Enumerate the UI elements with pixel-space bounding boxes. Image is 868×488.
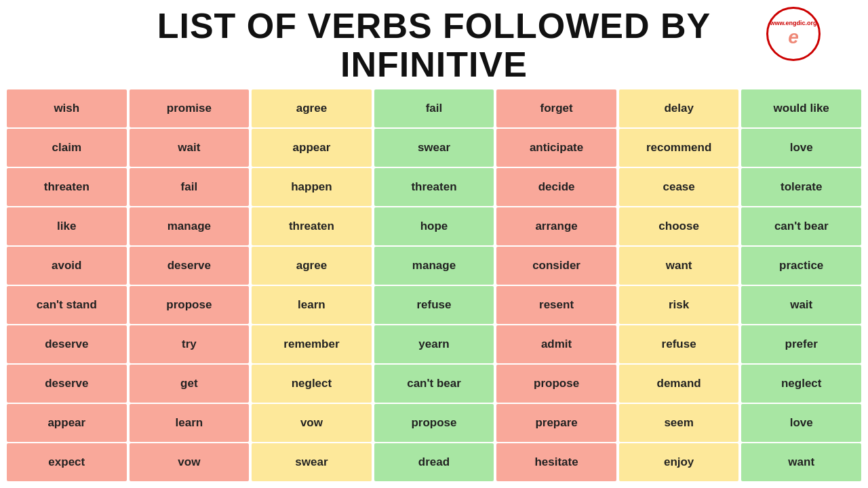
- cell-4-2: decide: [496, 168, 616, 206]
- cell-1-4: deserve: [130, 247, 250, 285]
- cell-4-5: resent: [496, 286, 616, 324]
- column-0: wishclaimthreatenlikeavoidcan't standdes…: [7, 89, 127, 481]
- cell-3-0: fail: [374, 89, 494, 127]
- cell-5-7: demand: [619, 365, 739, 403]
- cell-4-8: prepare: [496, 404, 616, 442]
- cell-6-8: love: [741, 404, 861, 442]
- cell-6-2: tolerate: [741, 168, 861, 206]
- cell-2-2: happen: [252, 168, 372, 206]
- cell-2-3: threaten: [252, 207, 372, 245]
- cell-0-8: appear: [7, 404, 127, 442]
- verb-grid: wishclaimthreatenlikeavoidcan't standdes…: [7, 89, 861, 481]
- cell-2-5: learn: [252, 286, 372, 324]
- cell-1-6: try: [130, 325, 250, 363]
- cell-0-0: wish: [7, 89, 127, 127]
- logo-letter: e: [788, 26, 799, 48]
- cell-3-4: manage: [374, 247, 494, 285]
- cell-4-7: propose: [496, 365, 616, 403]
- cell-5-8: seem: [619, 404, 739, 442]
- cell-4-9: hesitate: [496, 443, 616, 481]
- page: LIST OF VERBS FOLLOWED BY INFINITIVE www…: [0, 0, 868, 488]
- cell-1-5: propose: [130, 286, 250, 324]
- cell-2-0: agree: [252, 89, 372, 127]
- cell-3-6: yearn: [374, 325, 494, 363]
- cell-5-3: choose: [619, 207, 739, 245]
- cell-1-0: promise: [130, 89, 250, 127]
- cell-5-6: refuse: [619, 325, 739, 363]
- logo: www.engdic.org e: [766, 7, 821, 61]
- cell-1-1: wait: [130, 129, 250, 167]
- column-3: failswearthreatenhopemanagerefuseyearnca…: [374, 89, 494, 481]
- cell-0-3: like: [7, 207, 127, 245]
- cell-5-0: delay: [619, 89, 739, 127]
- cell-4-1: anticipate: [496, 129, 616, 167]
- cell-2-8: vow: [252, 404, 372, 442]
- cell-4-3: arrange: [496, 207, 616, 245]
- cell-0-5: can't stand: [7, 286, 127, 324]
- cell-1-9: vow: [130, 443, 250, 481]
- cell-3-8: propose: [374, 404, 494, 442]
- cell-3-7: can't bear: [374, 365, 494, 403]
- cell-4-0: forget: [496, 89, 616, 127]
- cell-5-2: cease: [619, 168, 739, 206]
- cell-0-9: expect: [7, 443, 127, 481]
- cell-6-3: can't bear: [741, 207, 861, 245]
- cell-2-4: agree: [252, 247, 372, 285]
- cell-6-4: practice: [741, 247, 861, 285]
- cell-3-9: dread: [374, 443, 494, 481]
- cell-6-0: would like: [741, 89, 861, 127]
- column-2: agreeappearhappenthreatenagreelearnremem…: [252, 89, 372, 481]
- cell-6-6: prefer: [741, 325, 861, 363]
- cell-0-2: threaten: [7, 168, 127, 206]
- logo-url: www.engdic.org: [770, 20, 816, 27]
- cell-0-7: deserve: [7, 365, 127, 403]
- cell-2-7: neglect: [252, 365, 372, 403]
- cell-1-3: manage: [130, 207, 250, 245]
- cell-4-4: consider: [496, 247, 616, 285]
- cell-6-1: love: [741, 129, 861, 167]
- header: LIST OF VERBS FOLLOWED BY INFINITIVE www…: [7, 0, 861, 89]
- cell-0-6: deserve: [7, 325, 127, 363]
- cell-1-7: get: [130, 365, 250, 403]
- cell-5-4: want: [619, 247, 739, 285]
- cell-2-6: remember: [252, 325, 372, 363]
- cell-0-1: claim: [7, 129, 127, 167]
- cell-4-6: admit: [496, 325, 616, 363]
- cell-1-2: fail: [130, 168, 250, 206]
- page-title: LIST OF VERBS FOLLOWED BY INFINITIVE: [7, 7, 861, 84]
- column-6: would likelovetoleratecan't bearpractice…: [741, 89, 861, 481]
- cell-2-9: swear: [252, 443, 372, 481]
- cell-1-8: learn: [130, 404, 250, 442]
- cell-5-5: risk: [619, 286, 739, 324]
- cell-6-9: want: [741, 443, 861, 481]
- cell-6-7: neglect: [741, 365, 861, 403]
- cell-6-5: wait: [741, 286, 861, 324]
- cell-3-1: swear: [374, 129, 494, 167]
- cell-3-2: threaten: [374, 168, 494, 206]
- column-1: promisewaitfailmanagedeserveproposetryge…: [130, 89, 250, 481]
- cell-0-4: avoid: [7, 247, 127, 285]
- column-4: forgetanticipatedecidearrangeconsiderres…: [496, 89, 616, 481]
- cell-5-1: recommend: [619, 129, 739, 167]
- cell-3-5: refuse: [374, 286, 494, 324]
- cell-2-1: appear: [252, 129, 372, 167]
- cell-5-9: enjoy: [619, 443, 739, 481]
- column-5: delayrecommendceasechoosewantriskrefused…: [619, 89, 739, 481]
- cell-3-3: hope: [374, 207, 494, 245]
